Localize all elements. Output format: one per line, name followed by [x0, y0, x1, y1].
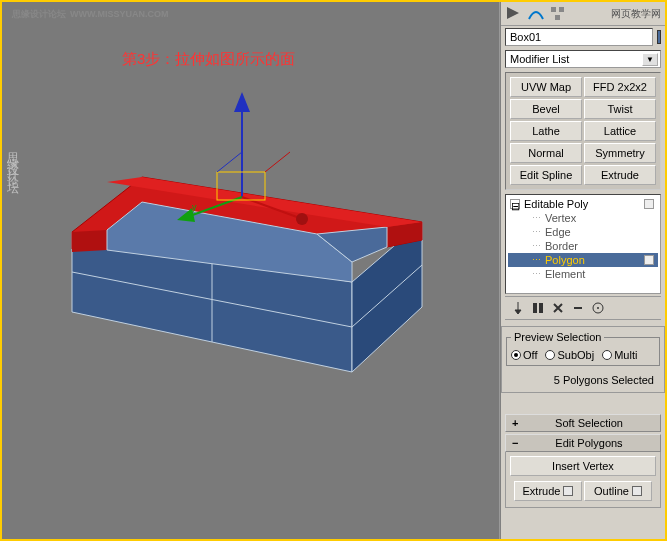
outline-settings-icon[interactable] [632, 486, 642, 496]
svg-rect-26 [574, 307, 582, 309]
rainbow-icon[interactable] [527, 5, 545, 23]
preview-selection-row: Off SubObj Multi [511, 347, 655, 363]
stack-edge[interactable]: ⋯Edge [508, 225, 658, 239]
svg-rect-24 [533, 303, 537, 313]
make-unique-icon[interactable] [551, 301, 565, 315]
pin-icon[interactable] [511, 301, 525, 315]
object-name-input[interactable] [505, 28, 653, 46]
svg-marker-6 [72, 230, 107, 252]
soft-selection-rollout[interactable]: +Soft Selection [505, 414, 661, 432]
svg-text:y: y [192, 202, 197, 212]
lattice-button[interactable]: Lattice [584, 121, 656, 141]
extrude-mod-button[interactable]: Extrude [584, 165, 656, 185]
preview-subobj-radio[interactable]: SubObj [545, 349, 594, 361]
uvw-map-button[interactable]: UVW Map [510, 77, 582, 97]
step-annotation: 第3步：拉伸如图所示的面 [122, 50, 295, 69]
arrow-icon[interactable] [505, 5, 523, 23]
symmetry-button[interactable]: Symmetry [584, 143, 656, 163]
preview-legend: Preview Selection [511, 331, 604, 343]
preview-multi-radio[interactable]: Multi [602, 349, 637, 361]
twist-button[interactable]: Twist [584, 99, 656, 119]
svg-point-28 [597, 307, 599, 309]
command-panel: 网页教学网 Modifier List UVW Map FFD 2x2x2 Be… [500, 2, 665, 539]
extrude-button[interactable]: Extrude [514, 481, 582, 501]
svg-line-19 [265, 152, 290, 172]
edit-spline-button[interactable]: Edit Spline [510, 165, 582, 185]
extrude-settings-icon[interactable] [563, 486, 573, 496]
edit-polygons-rollout[interactable]: −Edit Polygons [505, 434, 661, 452]
show-end-icon[interactable] [531, 301, 545, 315]
modifier-stack[interactable]: ⊟Editable Poly ⋯Vertex ⋯Edge ⋯Border ⋯Po… [505, 194, 661, 294]
viewport[interactable]: 思缘设计论坛WWW.MISSYUAN.COM 思缘设计论坛 第3步：拉伸如图所示… [2, 2, 500, 539]
stack-vertex[interactable]: ⋯Vertex [508, 211, 658, 225]
bevel-button[interactable]: Bevel [510, 99, 582, 119]
modifier-buttons: UVW Map FFD 2x2x2 Bevel Twist Lathe Latt… [505, 72, 661, 190]
stack-root[interactable]: ⊟Editable Poly [508, 197, 658, 211]
svg-rect-21 [551, 7, 556, 12]
hierarchy-icon[interactable] [549, 5, 567, 23]
svg-rect-25 [539, 303, 543, 313]
object-color-swatch[interactable] [657, 30, 661, 44]
selection-count: 5 Polygons Selected [506, 370, 660, 388]
normal-button[interactable]: Normal [510, 143, 582, 163]
lathe-button[interactable]: Lathe [510, 121, 582, 141]
preview-off-radio[interactable]: Off [511, 349, 537, 361]
stack-element[interactable]: ⋯Element [508, 267, 658, 281]
model-view[interactable]: y [42, 82, 462, 442]
ffd-button[interactable]: FFD 2x2x2 [584, 77, 656, 97]
svg-line-18 [217, 152, 242, 172]
watermark-vertical: 思缘设计论坛 [4, 142, 21, 178]
svg-rect-23 [555, 15, 560, 20]
svg-rect-22 [559, 7, 564, 12]
watermark-top-right: 网页教学网 [611, 7, 661, 21]
configure-icon[interactable] [591, 301, 605, 315]
insert-vertex-button[interactable]: Insert Vertex [510, 456, 656, 476]
svg-point-16 [296, 213, 308, 225]
remove-icon[interactable] [571, 301, 585, 315]
modifier-list-dropdown[interactable]: Modifier List [505, 50, 661, 68]
svg-marker-12 [234, 92, 250, 112]
stack-toolbar [505, 296, 661, 320]
watermark-top-left: 思缘设计论坛WWW.MISSYUAN.COM [8, 6, 169, 21]
panel-tabs: 网页教学网 [501, 2, 665, 26]
outline-button[interactable]: Outline [584, 481, 652, 501]
stack-polygon[interactable]: ⋯Polygon [508, 253, 658, 267]
stack-border[interactable]: ⋯Border [508, 239, 658, 253]
